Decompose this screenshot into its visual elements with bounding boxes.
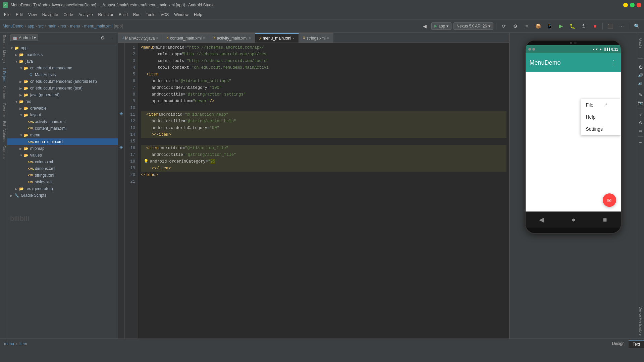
tab-menu-main[interactable]: X menu_main.xml × — [255, 33, 299, 43]
tab-activity-main-close[interactable]: × — [249, 36, 251, 40]
stop-button[interactable]: ■ — [590, 21, 600, 31]
tree-item-package-main[interactable]: ▼ 📂 cn.edu.cdut.menudemo — [7, 65, 118, 71]
menu-code[interactable]: Code — [61, 11, 76, 18]
breadcrumb-menudemo[interactable]: MenuDemo — [3, 24, 23, 28]
sdk-button[interactable]: 📦 — [533, 21, 543, 31]
tree-item-activity-main-xml[interactable]: XML activity_main.xml — [7, 118, 118, 125]
right-volume-up-button[interactable]: 🔊 — [638, 72, 644, 78]
minimize-button[interactable] — [623, 3, 628, 7]
menu-help[interactable]: Help — [191, 11, 205, 18]
sidebar-item-device-file[interactable]: Device File Explorer — [638, 305, 643, 339]
menu-tools[interactable]: Tools — [143, 11, 158, 18]
tree-item-mipmap[interactable]: ▶ 📂 mipmap — [7, 145, 118, 152]
sync-button[interactable]: ⟳ — [499, 21, 508, 31]
path-item[interactable]: item — [19, 342, 27, 346]
tree-item-content-main-xml[interactable]: XML content_main.xml — [7, 125, 118, 132]
tree-item-dimens-xml[interactable]: XML dimens.xml — [7, 165, 118, 172]
sidebar-item-gradle[interactable]: Gradle — [638, 36, 643, 50]
tree-item-menu-main-xml[interactable]: XML menu_main.xml — [7, 138, 118, 145]
profile-button[interactable]: ⏱ — [579, 21, 588, 31]
tab-activity-main[interactable]: X activity_main.xml × — [209, 33, 255, 43]
tab-strings-close[interactable]: × — [327, 36, 329, 40]
debug-button[interactable]: 🐛 — [568, 21, 577, 31]
right-power-button[interactable]: ⏻ — [638, 64, 644, 70]
sidebar-item-resource-manager[interactable]: Resource Manager — [0, 33, 7, 65]
menu-edit[interactable]: Edit — [13, 11, 25, 18]
phone-home-button[interactable]: ● — [572, 216, 576, 224]
close-button[interactable] — [637, 3, 641, 7]
maximize-button[interactable] — [630, 3, 635, 7]
tree-item-java-generated[interactable]: ▶ 📂 java (generated) — [7, 92, 118, 98]
sidebar-item-structure[interactable]: Structure — [0, 83, 7, 101]
right-overview-nav-button[interactable]: ▭ — [638, 128, 644, 134]
breadcrumb-main[interactable]: main — [48, 24, 56, 28]
menu-view[interactable]: View — [25, 11, 40, 18]
menu-window[interactable]: Window — [171, 11, 191, 18]
tree-item-mainactivity[interactable]: C MainActivity — [7, 71, 118, 78]
rebuild-button[interactable]: ⚙ — [511, 21, 520, 31]
sidebar-item-favorites[interactable]: Favorites — [0, 101, 7, 119]
breadcrumb-res[interactable]: res — [60, 24, 66, 28]
menu-file[interactable]: File — [1, 11, 13, 18]
breadcrumb-file[interactable]: menu_main.xml — [84, 24, 113, 28]
phone-recents-button[interactable]: ■ — [603, 216, 607, 224]
breadcrumb-app[interactable]: app — [28, 24, 34, 28]
menu-vcs[interactable]: VCS — [158, 11, 172, 18]
android-selector[interactable]: 🤖 Android ▾ — [10, 35, 38, 41]
tab-strings[interactable]: X strings.xml × — [299, 33, 333, 43]
tree-item-styles-xml[interactable]: XML styles.xml — [7, 179, 118, 185]
sidebar-item-captures[interactable]: Captures — [0, 143, 7, 161]
right-more-button[interactable]: ··· — [638, 139, 644, 145]
device-selector[interactable]: Nexus 5X API 26 ▾ — [453, 22, 493, 30]
tree-item-res[interactable]: ▼ 📂 res — [7, 98, 118, 105]
phone-menu-help[interactable]: Help — [581, 111, 621, 123]
menu-analyze[interactable]: Analyze — [76, 11, 96, 18]
sidebar-item-build-variants[interactable]: Build Variants — [0, 119, 7, 143]
right-screenshot-button[interactable]: 📷 — [638, 100, 644, 106]
tab-mainactivity-close[interactable]: × — [156, 36, 158, 40]
sidebar-item-project[interactable]: 1: Project — [0, 65, 7, 83]
phone-menu-file[interactable]: File ↗ — [581, 99, 621, 111]
tree-item-app[interactable]: ▼ 📁 app — [7, 45, 118, 51]
tab-mainactivity[interactable]: J MainActivity.java × — [118, 33, 162, 43]
tree-item-strings-xml[interactable]: XML strings.xml — [7, 172, 118, 179]
avd-button[interactable]: 📱 — [545, 21, 554, 31]
code-area[interactable]: <menu xmlns:android="http://schemas.andr… — [138, 43, 509, 339]
tree-item-menu[interactable]: ▼ 📂 menu — [7, 132, 118, 138]
menu-run[interactable]: Run — [130, 11, 143, 18]
menu-build[interactable]: Build — [116, 11, 130, 18]
breadcrumb-src[interactable]: src — [38, 24, 44, 28]
right-rotate-button[interactable]: ↻ — [638, 92, 644, 98]
run-button[interactable]: ▶ — [556, 21, 566, 31]
tab-text[interactable]: Text — [629, 340, 644, 348]
menu-refactor[interactable]: Refactor — [96, 11, 116, 18]
phone-overflow-menu[interactable]: ⋮ — [611, 59, 617, 66]
project-collapse-button[interactable]: − — [108, 34, 115, 42]
tree-item-values[interactable]: ▼ 📂 values — [7, 152, 118, 159]
tree-item-layout[interactable]: ▼ 📂 layout — [7, 112, 118, 118]
right-volume-down-button[interactable]: 🔉 — [638, 80, 644, 86]
tree-item-package-test[interactable]: ▶ 📂 cn.edu.cdut.menudemo (test) — [7, 85, 118, 92]
menu-navigate[interactable]: Navigate — [40, 11, 61, 18]
breadcrumb-menu[interactable]: menu — [70, 24, 80, 28]
right-home-nav-button[interactable]: ⊙ — [638, 120, 644, 126]
right-back-nav-button[interactable]: ◁ — [638, 112, 644, 118]
tree-item-java[interactable]: ▼ 📂 java — [7, 58, 118, 65]
tree-item-colors-xml[interactable]: XML colors.xml — [7, 159, 118, 165]
tree-item-drawable[interactable]: ▶ 📂 drawable — [7, 105, 118, 112]
search-everywhere-button[interactable]: 🔍 — [632, 21, 641, 31]
sidebar-item-device-tools[interactable] — [640, 52, 642, 56]
navigate-back-button[interactable]: ◀ — [420, 21, 429, 31]
more-tools-button[interactable]: ⋯ — [617, 21, 626, 31]
phone-menu-settings[interactable]: Settings — [581, 123, 621, 135]
tab-content-main[interactable]: X content_main.xml × — [162, 33, 209, 43]
terminal-button[interactable]: ⬛ — [605, 21, 615, 31]
tree-item-manifests[interactable]: ▶ 📂 manifests — [7, 51, 118, 58]
tree-item-res-generated[interactable]: ▶ 📂 res (generated) — [7, 185, 118, 192]
run-config-selector[interactable]: ▶ app ▾ — [431, 22, 451, 30]
tab-content-main-close[interactable]: × — [203, 36, 205, 40]
tab-design[interactable]: Design — [608, 340, 629, 348]
tree-item-package-androidtest[interactable]: ▶ 📂 cn.edu.cdut.menudemo (androidTest) — [7, 78, 118, 85]
tree-item-gradle-scripts[interactable]: ▶ 🔧 Gradle Scripts — [7, 192, 118, 199]
project-settings-button[interactable]: ⚙ — [99, 34, 106, 42]
